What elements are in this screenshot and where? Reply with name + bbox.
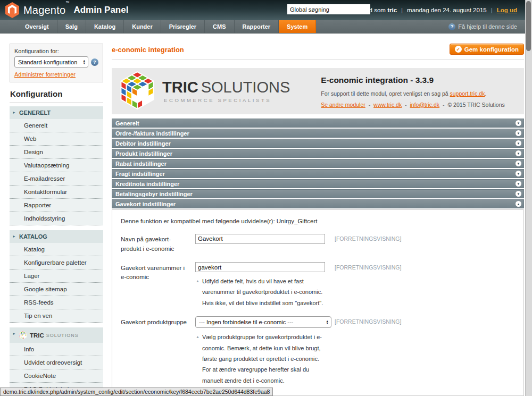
- sidebar-section-tric: TRIC SOLUTIONS Info Udvidet ordreoversig…: [10, 327, 103, 396]
- sidebar-item-katalog[interactable]: Katalog: [10, 243, 103, 256]
- select-stepper-icon: [326, 320, 329, 325]
- scope-select-value: Standard-konfiguration: [18, 59, 77, 65]
- scope-badge: [FORRETNINGSVISNING]: [335, 316, 401, 386]
- field-note: Udfyld dette felt, hvis du vil have et f…: [195, 276, 328, 308]
- section-bar-produkt[interactable]: Produkt indstillinger: [112, 149, 524, 158]
- note-arrow-icon: [196, 278, 200, 285]
- scrollbar-track[interactable]: [525, 0, 532, 396]
- chevron-down-icon: [516, 130, 521, 136]
- sidebar-item-lager[interactable]: Lager: [10, 269, 103, 283]
- section-bar-ordre-faktura[interactable]: Ordre-/faktura indstillinger: [112, 129, 524, 138]
- logged-in-text: Logget ind som tric: [344, 7, 397, 13]
- section-bar-fragt[interactable]: Fragt indstillinger: [112, 169, 524, 178]
- chevron-down-icon: [516, 171, 521, 176]
- copyright: © 2015 TRIC Solutions: [447, 102, 504, 108]
- brand-name: Magento™: [23, 4, 69, 16]
- sidebar-item-cookienote[interactable]: CookieNote: [10, 369, 103, 383]
- tric-cube-icon: [19, 331, 27, 340]
- section-bar-generelt[interactable]: Generelt: [112, 119, 524, 128]
- current-date: mandag den 24. august 2015: [407, 7, 487, 13]
- sidebar-item-info[interactable]: Info: [10, 343, 103, 356]
- nav-tab-rapporter[interactable]: Rapporter: [235, 20, 279, 33]
- form-row-gavekort-produktgruppe: Gavekort produktgruppe --- Ingen forbind…: [121, 316, 515, 386]
- help-icon: [448, 23, 455, 30]
- gavekort-varenummer-input[interactable]: [195, 262, 325, 272]
- nav-tab-system[interactable]: System: [279, 20, 316, 33]
- sidebar-item-valutaopsaetning[interactable]: Valutaopsætning: [10, 159, 103, 172]
- help-label: Få hjælp til denne side: [458, 23, 517, 30]
- scope-select[interactable]: Standard-konfiguration: [14, 56, 88, 68]
- sidebar-heading: Konfiguration: [10, 82, 103, 103]
- chevron-down-icon: [516, 150, 521, 156]
- help-link[interactable]: Få hjælp til denne side: [448, 20, 517, 33]
- gavekort-navn-input[interactable]: [195, 234, 325, 244]
- nav-tab-salg[interactable]: Salg: [57, 20, 86, 33]
- header-user-info: Logget ind som tric | mandag den 24. aug…: [344, 7, 517, 13]
- note-arrow-icon: [196, 334, 200, 341]
- gavekort-section-content: Denne funktion er kompatibel med følgend…: [112, 209, 524, 396]
- logout-link[interactable]: Log ud: [497, 7, 517, 13]
- sidebar-item-udvidet-ordreoversigt[interactable]: Udvidet ordreoversigt: [10, 356, 103, 369]
- module-title: E-conomic integration - 3.3.9: [321, 75, 505, 85]
- nav-tab-katalog[interactable]: Katalog: [86, 20, 124, 33]
- section-bar-kreditnota[interactable]: Kreditnota indstillinger: [112, 179, 524, 188]
- check-circle-icon: [455, 46, 462, 53]
- brand-suffix: Admin Panel: [73, 5, 128, 15]
- arrow-right-icon: [12, 234, 16, 238]
- section-bar-rabat[interactable]: Rabat indstillinger: [112, 159, 524, 168]
- chevron-down-icon: [516, 140, 521, 146]
- section-bar-gavekort[interactable]: Gavekort indstillinger: [112, 199, 524, 208]
- sidebar-item-rapporter[interactable]: Rapporter: [10, 199, 103, 212]
- sidebar-item-emailadresser[interactable]: E-mailadresser: [10, 172, 103, 186]
- scope-switcher: Konfiguration for: Standard-konfiguratio…: [10, 44, 103, 82]
- section-header-generelt: GENERELT: [10, 106, 103, 119]
- scrollbar-thumb[interactable]: [526, 1, 531, 51]
- sidebar-section-katalog: KATALOG Katalog Konfigurerbare paletter …: [10, 230, 103, 323]
- magento-logo[interactable]: Magento™ Admin Panel: [5, 2, 128, 18]
- sidebar-item-konfigurerbare-paletter[interactable]: Konfigurerbare paletter: [10, 256, 103, 269]
- nav-tab-oversigt[interactable]: Oversigt: [17, 20, 57, 33]
- main-navigation: Oversigt Salg Katalog Kunder Prisregler …: [0, 20, 532, 33]
- scope-label: Konfiguration for:: [14, 48, 98, 54]
- module-info: E-conomic integration - 3.3.9 For suppor…: [321, 75, 505, 108]
- scope-help-icon[interactable]: [91, 58, 98, 66]
- tric-email-link[interactable]: info@tric.dk: [410, 102, 440, 108]
- nav-tab-kunder[interactable]: Kunder: [124, 20, 161, 33]
- tric-cube-logo: [120, 70, 154, 113]
- tric-site-link[interactable]: www.tric.dk: [373, 102, 402, 108]
- sidebar-item-google-sitemap[interactable]: Google sitemap: [10, 283, 103, 296]
- chevron-down-icon: [516, 161, 521, 166]
- separator: |: [491, 7, 493, 13]
- field-label: Gavekort varenummer i e-conomic: [121, 262, 195, 309]
- scope-badge: [FORRETNINGSVISNING]: [335, 233, 401, 254]
- tric-tagline: ECOMMERCE SPECIALISTS: [164, 97, 290, 103]
- support-link[interactable]: support.tric.dk: [450, 90, 485, 97]
- select-stepper-icon: [83, 60, 86, 64]
- section-header-tric-solutions: TRIC SOLUTIONS: [10, 327, 103, 343]
- save-configuration-button[interactable]: Gem konfiguration: [450, 44, 524, 55]
- sidebar-item-design[interactable]: Design: [10, 146, 103, 159]
- manage-stores-link[interactable]: Administrer forretninger: [14, 71, 76, 78]
- nav-tab-cms[interactable]: CMS: [205, 20, 234, 33]
- separator: |: [401, 7, 403, 13]
- links-line: Se andre moduler - www.tric.dk - info@tr…: [321, 102, 505, 108]
- tric-banner: TRICSOLUTIONS ECOMMERCE SPECIALISTS E-co…: [112, 68, 524, 114]
- sidebar-item-rss-feeds[interactable]: RSS-feeds: [10, 296, 103, 309]
- trademark: ™: [65, 1, 69, 4]
- sidebar-item-generelt[interactable]: Generelt: [10, 119, 103, 132]
- sidebar-item-indholdsstyring[interactable]: Indholdsstyring: [10, 212, 103, 225]
- sidebar-item-kontaktformular[interactable]: Kontaktformular: [10, 186, 103, 199]
- tric-wordmark: TRICSOLUTIONS ECOMMERCE SPECIALISTS: [162, 80, 290, 103]
- section-header-katalog: KATALOG: [10, 230, 103, 243]
- sidebar-item-web[interactable]: Web: [10, 132, 103, 146]
- sidebar-section-generelt: GENERELT Generelt Web Design Valutaopsæt…: [10, 106, 103, 225]
- browser-status-url: demo.tric.dk/index.php/admin/system_conf…: [0, 387, 273, 396]
- section-bar-betalingsgebyr[interactable]: Betalingsgebyr indstillinger: [112, 189, 524, 198]
- chevron-down-icon: [516, 191, 521, 197]
- gavekort-produktgruppe-select[interactable]: --- Ingen forbindelse til e-conomic ---: [195, 316, 331, 328]
- other-modules-link[interactable]: Se andre moduler: [321, 102, 365, 108]
- chevron-down-icon: [516, 120, 521, 126]
- sidebar-item-tip-en-ven[interactable]: Tip en ven: [10, 309, 103, 323]
- section-bar-debitor[interactable]: Debitor indstillinger: [112, 139, 524, 148]
- nav-tab-prisregler[interactable]: Prisregler: [161, 20, 205, 33]
